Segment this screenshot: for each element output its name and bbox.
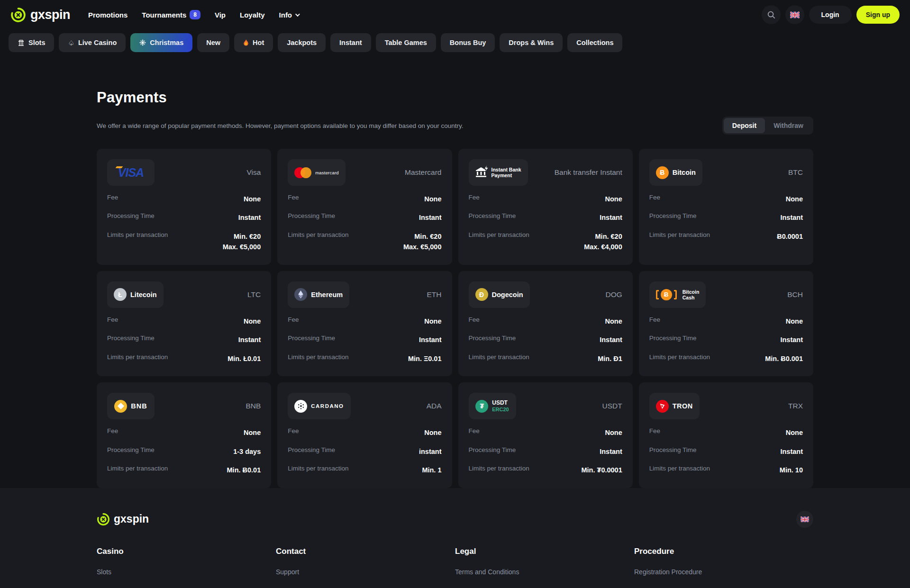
payment-card-visa: VISA Visa FeeNone Processing TimeInstant… bbox=[97, 149, 271, 265]
chip-table-games[interactable]: Table Games bbox=[376, 33, 436, 52]
payment-card-dogecoin: Đ Dogecoin DOG FeeNone Processing TimeIn… bbox=[458, 271, 633, 376]
payment-card-litecoin: Ł Litecoin LTC FeeNone Processing TimeIn… bbox=[97, 271, 271, 376]
footer-column-procedure: Procedure Registration Procedure Respons… bbox=[634, 547, 813, 588]
ethereum-logo: Ethereum bbox=[288, 281, 349, 308]
payment-method-name: TRX bbox=[788, 402, 803, 410]
payment-card-bank-transfer: Instant Bank Payment Bank transfer Insta… bbox=[458, 149, 633, 265]
nav-tournaments[interactable]: Tournaments 8 bbox=[142, 10, 200, 19]
nav-info[interactable]: Info bbox=[279, 11, 299, 19]
gxspin-logo-icon bbox=[97, 513, 110, 526]
main-nav: Promotions Tournaments 8 Vip Loyalty Inf… bbox=[88, 10, 299, 19]
payment-method-name: BCH bbox=[787, 290, 803, 299]
payment-card-cardano: CARDANO ADA FeeNone Processing Timeinsta… bbox=[277, 382, 452, 488]
cardano-logo: CARDANO bbox=[288, 393, 350, 419]
payment-card-ethereum: Ethereum ETH FeeNone Processing TimeInst… bbox=[277, 271, 452, 376]
payment-card-tron: TRON TRX FeeNone Processing TimeInstant … bbox=[639, 382, 813, 488]
litecoin-coin-icon: Ł bbox=[114, 288, 127, 301]
footer-link-registration-procedure[interactable]: Registration Procedure bbox=[634, 568, 813, 576]
chip-jackpots[interactable]: Jackpots bbox=[278, 33, 326, 52]
footer-column-legal: Legal Terms and Conditions Privacy Polic… bbox=[455, 547, 634, 588]
footer-brand-logo[interactable]: gxspin bbox=[97, 513, 149, 526]
uk-flag-icon bbox=[790, 11, 800, 18]
nav-promotions[interactable]: Promotions bbox=[88, 11, 127, 19]
payment-method-name: LTC bbox=[247, 290, 261, 299]
payment-card-bnb: BNB BNB FeeNone Processing Time1-3 days … bbox=[97, 382, 271, 488]
bank-icon bbox=[475, 167, 488, 178]
slots-icon bbox=[18, 39, 25, 46]
footer-link-support[interactable]: Support bbox=[276, 568, 455, 576]
footer-language-button[interactable] bbox=[796, 511, 813, 528]
chevron-down-icon bbox=[295, 12, 300, 17]
top-bar: gxspin Promotions Tournaments 8 Vip Loya… bbox=[0, 0, 910, 29]
payment-method-name: USDT bbox=[602, 402, 622, 410]
payment-card-bitcoin-cash: Ƀ Bitcoin Cash BCH FeeNone Processing Ti… bbox=[639, 271, 813, 376]
bnb-logo: BNB bbox=[107, 393, 155, 419]
brand-logo[interactable]: gxspin bbox=[10, 7, 70, 23]
main-content: Payments We offer a wide range of popula… bbox=[0, 54, 910, 488]
search-button[interactable] bbox=[762, 5, 781, 24]
payment-method-name: Mastercard bbox=[405, 168, 442, 177]
payment-method-name: DOG bbox=[605, 290, 622, 299]
payment-method-name: Visa bbox=[246, 168, 261, 177]
footer-column-contact: Contact Support About Us bbox=[276, 547, 455, 588]
language-button[interactable] bbox=[785, 5, 804, 24]
tournaments-count-badge: 8 bbox=[190, 10, 200, 19]
litecoin-logo: Ł Litecoin bbox=[107, 281, 164, 308]
chip-instant[interactable]: Instant bbox=[330, 33, 371, 52]
flame-icon bbox=[243, 39, 249, 46]
tron-logo: TRON bbox=[649, 393, 700, 419]
bitcoin-cash-logo: Ƀ Bitcoin Cash bbox=[649, 281, 706, 308]
payment-card-bitcoin: Ƀ Bitcoin BTC FeeNone Processing TimeIns… bbox=[639, 149, 813, 265]
visa-logo: VISA bbox=[107, 159, 155, 186]
chip-drops-wins[interactable]: Drops & Wins bbox=[500, 33, 563, 52]
bitcoin-logo: Ƀ Bitcoin bbox=[649, 159, 702, 186]
signup-button[interactable]: Sign up bbox=[856, 6, 900, 24]
payment-method-name: ADA bbox=[427, 402, 442, 410]
chip-bonus-buy[interactable]: Bonus Buy bbox=[441, 33, 495, 52]
footer-column-casino: Casino Slots Payments How to crypto FAQ bbox=[97, 547, 276, 588]
gxspin-logo-icon bbox=[10, 7, 26, 23]
category-chips: Slots ♤ Live Casino Christmas New Hot Ja… bbox=[0, 29, 910, 54]
chip-collections[interactable]: Collections bbox=[567, 33, 622, 52]
payment-method-name: ETH bbox=[427, 290, 442, 299]
footer-link-terms[interactable]: Terms and Conditions bbox=[455, 568, 634, 576]
chip-christmas[interactable]: Christmas bbox=[130, 33, 192, 52]
nav-loyalty[interactable]: Loyalty bbox=[240, 11, 265, 19]
bch-bracket-icon bbox=[656, 290, 659, 299]
payment-method-name: Bank transfer Instant bbox=[555, 168, 622, 177]
header-actions: Login Sign up bbox=[762, 5, 900, 24]
deposit-tab[interactable]: Deposit bbox=[724, 118, 765, 133]
spade-icon: ♤ bbox=[68, 39, 74, 46]
payment-methods-grid: VISA Visa FeeNone Processing TimeInstant… bbox=[97, 149, 813, 488]
payment-card-mastercard: mastercard Mastercard FeeNone Processing… bbox=[277, 149, 452, 265]
snowflake-icon bbox=[139, 39, 146, 46]
footer-link-slots[interactable]: Slots bbox=[97, 568, 276, 576]
deposit-withdraw-toggle: Deposit Withdraw bbox=[722, 117, 813, 135]
mastercard-logo: mastercard bbox=[288, 159, 346, 186]
withdraw-tab[interactable]: Withdraw bbox=[765, 118, 812, 133]
chip-new[interactable]: New bbox=[197, 33, 229, 52]
dogecoin-coin-icon: Đ bbox=[475, 288, 488, 301]
bch-coin-icon: Ƀ bbox=[661, 289, 672, 300]
chip-slots[interactable]: Slots bbox=[9, 33, 54, 52]
payment-card-usdt: ₮ USDT ERC20 USDT FeeNone Processing Tim… bbox=[458, 382, 633, 488]
search-icon bbox=[767, 10, 775, 19]
chip-live-casino[interactable]: ♤ Live Casino bbox=[59, 33, 126, 52]
usdt-logo: ₮ USDT ERC20 bbox=[469, 393, 516, 419]
chip-hot[interactable]: Hot bbox=[234, 33, 273, 52]
instant-bank-payment-logo: Instant Bank Payment bbox=[469, 159, 528, 186]
uk-flag-icon bbox=[801, 516, 809, 522]
bnb-coin-icon bbox=[114, 400, 127, 413]
ethereum-coin-icon bbox=[294, 288, 307, 301]
login-button[interactable]: Login bbox=[809, 6, 852, 24]
usdt-coin-icon: ₮ bbox=[475, 400, 488, 413]
payment-method-name: BNB bbox=[246, 402, 261, 410]
tron-coin-icon bbox=[656, 400, 669, 413]
nav-vip[interactable]: Vip bbox=[215, 11, 226, 19]
page-description: We offer a wide range of popular payment… bbox=[97, 122, 463, 129]
cardano-coin-icon bbox=[294, 400, 307, 413]
mastercard-circles-icon bbox=[294, 167, 311, 178]
bch-bracket-icon bbox=[674, 290, 677, 299]
dogecoin-logo: Đ Dogecoin bbox=[469, 281, 530, 308]
lightning-icon bbox=[484, 165, 489, 172]
